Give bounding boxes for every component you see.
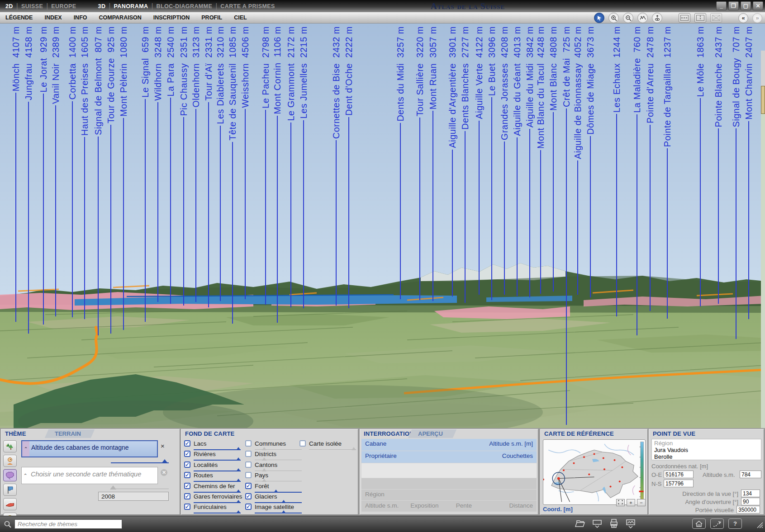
remove-second-theme-icon[interactable]: ✕ bbox=[161, 469, 167, 476]
second-theme-slot[interactable]: ⌃ Choisir une seconde carte thématique bbox=[21, 467, 158, 484]
checkbox-checked-icon[interactable]: ✓ bbox=[184, 493, 190, 499]
forest-icon[interactable] bbox=[3, 440, 17, 452]
layer-toggle-gares-ferroviaires[interactable]: ✓Gares ferroviaires bbox=[184, 493, 245, 503]
map-zoom-in-button[interactable]: + bbox=[627, 499, 635, 506]
chevron-up-icon[interactable]: ⌃ bbox=[22, 467, 29, 484]
layer-toggle-districts[interactable]: ✓Districts bbox=[245, 450, 299, 461]
zoom-in-icon[interactable] bbox=[608, 13, 619, 23]
checkbox-checked-icon[interactable]: ✓ bbox=[184, 451, 190, 457]
fullscreen-map-icon[interactable] bbox=[616, 499, 625, 506]
resize-grip[interactable] bbox=[755, 520, 764, 529]
menu-comparaison[interactable]: COMPARAISON bbox=[99, 14, 142, 21]
checkbox-checked-icon[interactable]: ✓ bbox=[184, 483, 190, 489]
menu-info[interactable]: INFO bbox=[74, 14, 87, 21]
layer-transparency-slider[interactable] bbox=[194, 510, 241, 514]
tab-terrain[interactable]: TERRAIN bbox=[45, 429, 95, 438]
layer-toggle-for-t[interactable]: ✓Forêt bbox=[245, 482, 299, 493]
menu-index[interactable]: INDEX bbox=[44, 14, 62, 21]
layer-transparency-slider[interactable] bbox=[255, 510, 302, 514]
peak-label-text: Le Grammont 2172 m bbox=[286, 26, 295, 121]
checkbox-checked-icon[interactable]: ✓ bbox=[245, 483, 252, 489]
layer-toggle-lacs[interactable]: ✓Lacs bbox=[184, 440, 245, 450]
oe-field[interactable] bbox=[664, 471, 694, 478]
maximize-button[interactable]: ▢ bbox=[741, 1, 751, 10]
checkbox-unchecked-icon[interactable]: ✓ bbox=[245, 451, 252, 457]
export-image-icon[interactable] bbox=[625, 518, 636, 528]
direction-field[interactable] bbox=[741, 490, 760, 497]
panorama-view-icon[interactable] bbox=[637, 13, 648, 23]
layer-toggle-chemins-de-fer[interactable]: ✓Chemins de fer bbox=[184, 482, 245, 493]
query-row-cabane[interactable]: Cabane Altitude s.m. [m] bbox=[361, 439, 537, 451]
tab-europe[interactable]: EUROPE bbox=[51, 3, 76, 9]
collapse-right-icon[interactable]: » bbox=[752, 13, 762, 23]
tab-apercu[interactable]: APERÇU bbox=[408, 429, 456, 438]
tab-2d[interactable]: 2D bbox=[5, 3, 13, 9]
layer-toggle-image-satellite[interactable]: ✓Image satellite bbox=[245, 503, 299, 513]
checkbox-unchecked-icon[interactable]: ✓ bbox=[245, 461, 252, 468]
zoom-out-icon[interactable] bbox=[623, 13, 633, 23]
layer-transparency-slider[interactable] bbox=[309, 447, 356, 451]
layer-toggle-localit-s[interactable]: ✓Localités bbox=[184, 461, 245, 471]
tab-suisse[interactable]: SUISSE bbox=[21, 3, 43, 9]
map-zoom-out-button[interactable]: − bbox=[637, 499, 646, 506]
theme-search-input[interactable] bbox=[14, 519, 122, 529]
checkbox-checked-icon[interactable]: ✓ bbox=[184, 461, 190, 468]
year-field[interactable] bbox=[98, 492, 169, 501]
second-theme-slider[interactable] bbox=[111, 485, 169, 490]
ns-field[interactable] bbox=[664, 480, 694, 487]
menu-profil[interactable]: PROFIL bbox=[201, 14, 222, 21]
layer-toggle-glaciers[interactable]: ✓Glaciers bbox=[245, 493, 299, 503]
remove-theme-icon[interactable]: × bbox=[161, 442, 165, 450]
chevron-up-icon[interactable]: ⌃ bbox=[22, 441, 29, 457]
layer-toggle-communes[interactable]: ✓Communes bbox=[245, 440, 299, 450]
select-cursor-icon[interactable] bbox=[594, 13, 604, 23]
active-theme-slot[interactable]: ⌃ Altitude des cabanes de montagne bbox=[21, 440, 158, 457]
checkbox-checked-icon[interactable]: ✓ bbox=[245, 493, 252, 499]
checkbox-unchecked-icon[interactable]: ✓ bbox=[245, 472, 252, 478]
checkbox-checked-icon[interactable]: ✓ bbox=[184, 472, 190, 478]
theme-transparency-slider[interactable] bbox=[111, 459, 169, 464]
split-horizontal-icon[interactable] bbox=[679, 13, 690, 23]
portee-field[interactable] bbox=[736, 506, 760, 513]
thematic-maps-icon[interactable] bbox=[3, 469, 17, 481]
tab-carte-a-prismes[interactable]: CARTE A PRISMES bbox=[220, 3, 275, 9]
panorama-viewport[interactable]: Mönch 4107 mJungfrau 4158 mLe Jorat 929 … bbox=[0, 24, 765, 428]
checkbox-unchecked-icon[interactable]: ✓ bbox=[299, 440, 306, 447]
layer-toggle-carte-isol-e[interactable]: ✓Carte isolée bbox=[299, 440, 354, 450]
menu-legende[interactable]: LÉGENDE bbox=[5, 14, 33, 21]
close-button[interactable]: ✕ bbox=[753, 1, 763, 10]
folder-icon[interactable] bbox=[575, 519, 585, 528]
switzerland-overview-map[interactable] bbox=[543, 439, 646, 505]
tab-bloc-diagramme[interactable]: BLOC-DIAGRAMME bbox=[157, 3, 213, 9]
tab-3d[interactable]: 3D bbox=[98, 3, 106, 9]
checkbox-checked-icon[interactable]: ✓ bbox=[184, 504, 190, 510]
eye-level-icon[interactable] bbox=[652, 13, 662, 23]
layer-toggle-pays[interactable]: ✓Pays bbox=[245, 471, 299, 482]
flag-icon[interactable] bbox=[3, 484, 17, 496]
tab-panorama[interactable]: PANORAMA bbox=[114, 3, 148, 9]
person-icon[interactable] bbox=[3, 455, 17, 467]
help-icon[interactable]: ? bbox=[728, 518, 742, 529]
close-pane-icon[interactable] bbox=[710, 13, 722, 23]
layer-toggle-cantons[interactable]: ✓Cantons bbox=[245, 461, 299, 471]
minimize-button[interactable]: _ bbox=[716, 1, 727, 10]
split-vertical-icon[interactable] bbox=[694, 13, 706, 23]
home-icon[interactable] bbox=[692, 518, 706, 529]
printer-icon[interactable] bbox=[609, 518, 619, 528]
checkbox-checked-icon[interactable]: ✓ bbox=[184, 440, 190, 447]
layers-icon[interactable] bbox=[592, 518, 603, 528]
layer-toggle-routes[interactable]: ✓Routes bbox=[184, 471, 245, 482]
query-row-proprietaire[interactable]: Propriétaire Couchettes bbox=[361, 451, 537, 463]
restore-button[interactable]: ❐ bbox=[728, 1, 739, 10]
collapse-left-icon[interactable]: « bbox=[738, 13, 748, 23]
menu-ciel[interactable]: CIEL bbox=[234, 14, 247, 21]
layer-toggle-rivi-res[interactable]: ✓Rivières bbox=[184, 450, 245, 461]
menu-inscription[interactable]: INSCRIPTION bbox=[153, 14, 190, 21]
angle-field[interactable] bbox=[741, 498, 760, 505]
altitude-field[interactable] bbox=[740, 471, 761, 478]
route-icon[interactable] bbox=[710, 518, 724, 529]
checkbox-checked-icon[interactable]: ✓ bbox=[245, 504, 252, 510]
checkbox-unchecked-icon[interactable]: ✓ bbox=[245, 440, 252, 447]
transport-icon[interactable] bbox=[3, 498, 17, 510]
layer-toggle-funiculaires[interactable]: ✓Funiculaires bbox=[184, 503, 245, 513]
